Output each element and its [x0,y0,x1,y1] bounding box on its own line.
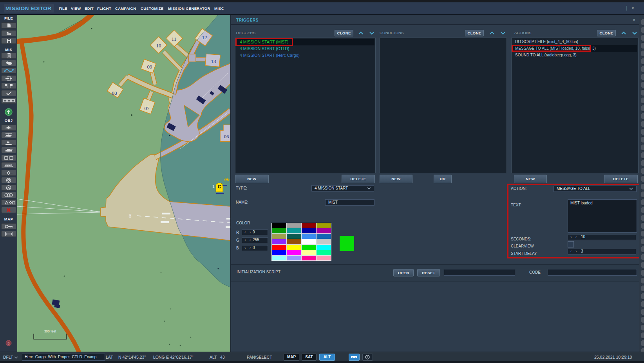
svg-text:09: 09 [128,214,132,218]
svg-text:08: 08 [112,90,117,96]
svg-text:C: C [218,184,221,190]
svg-text:B: B [7,341,10,345]
svg-text:09: 09 [147,64,152,70]
svg-text:13: 13 [211,58,216,64]
svg-text:300 feet: 300 feet [44,329,56,333]
svg-text::He: :He [224,177,230,182]
svg-text:10: 10 [156,43,161,49]
svg-text:07: 07 [145,105,150,111]
svg-text:06: 06 [224,134,230,139]
svg-text:11: 11 [172,36,177,42]
svg-text:1: 1 [212,184,215,189]
svg-text:12: 12 [202,34,207,40]
